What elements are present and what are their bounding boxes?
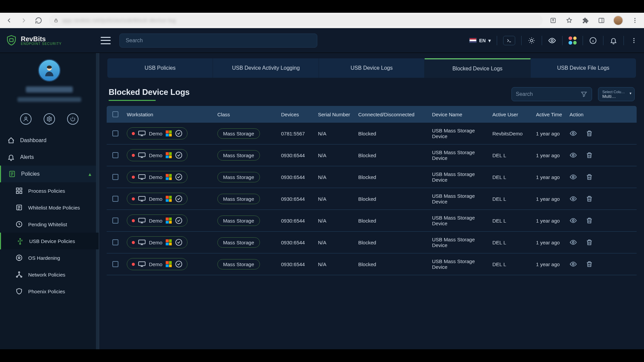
sidebar-item-process-policies[interactable]: Process Policies — [0, 182, 99, 199]
back-icon[interactable] — [5, 16, 13, 25]
sidebar-scrollbar[interactable] — [96, 53, 99, 349]
view-icon[interactable] — [570, 195, 577, 202]
trash-icon[interactable] — [586, 217, 593, 224]
sidebar-item-label: Dashboard — [20, 137, 46, 143]
sidebar-item-os-hardening[interactable]: OS Hardening — [0, 249, 99, 266]
theme-toggle-icon[interactable] — [528, 37, 536, 45]
col-devname[interactable]: Device Name — [429, 106, 490, 123]
col-class[interactable]: Class — [215, 106, 278, 123]
class-chip: Mass Storage — [217, 259, 260, 269]
tab-device-file-logs[interactable]: USB Device File Logs — [531, 58, 636, 78]
kebab-icon[interactable] — [631, 16, 639, 25]
view-icon[interactable] — [570, 130, 577, 137]
svg-point-34 — [572, 154, 574, 156]
sidebar-item-usb-policies[interactable]: USB Device Policies — [0, 233, 99, 249]
sidepanel-icon[interactable] — [597, 16, 606, 25]
row-checkbox[interactable] — [112, 261, 118, 267]
share-icon[interactable] — [549, 16, 557, 25]
trash-icon[interactable] — [586, 239, 593, 246]
view-icon[interactable] — [570, 239, 577, 246]
check-circle-icon — [175, 173, 182, 181]
apps-icon[interactable] — [569, 37, 577, 45]
row-checkbox[interactable] — [112, 130, 118, 136]
usb-icon — [16, 237, 24, 245]
table-search[interactable]: Search — [512, 87, 592, 101]
class-chip: Mass Storage — [217, 128, 260, 139]
svg-point-36 — [176, 174, 182, 180]
col-conn[interactable]: Connected/Disconnected — [356, 106, 429, 123]
col-serial[interactable]: Serial Number — [315, 106, 356, 123]
workstation-chip[interactable]: Demo — [127, 149, 187, 161]
workstation-chip[interactable]: Demo — [127, 193, 187, 205]
separator — [521, 36, 522, 45]
trash-icon[interactable] — [586, 173, 593, 181]
tab-activity-logging[interactable]: USB Device Activity Logging — [213, 58, 319, 78]
col-time[interactable]: Active Time — [533, 106, 567, 123]
cell-devices: 0930:6544 — [278, 170, 315, 185]
global-search[interactable]: Search — [119, 34, 317, 48]
status-dot-icon — [132, 197, 135, 200]
col-devices[interactable]: Devices — [278, 106, 315, 123]
col-workstation[interactable]: Workstation — [124, 106, 215, 123]
row-checkbox[interactable] — [112, 218, 118, 224]
clock-check-icon — [15, 221, 23, 228]
sidebar-item-pending-whitelist[interactable]: Pending Whitelist — [0, 216, 99, 233]
hamburger-icon[interactable] — [101, 37, 111, 44]
select-all-checkbox[interactable] — [112, 111, 118, 117]
info-icon[interactable] — [589, 37, 597, 45]
star-icon[interactable] — [565, 16, 574, 25]
col-user[interactable]: Active User — [490, 106, 533, 123]
column-selector[interactable]: Select Colu… Multi… — [598, 87, 635, 101]
terminal-icon[interactable] — [503, 36, 515, 45]
workstation-chip[interactable]: Demo — [127, 127, 187, 139]
power-icon[interactable] — [67, 113, 78, 125]
workstation-chip[interactable]: Demo — [127, 171, 187, 183]
monitor-icon — [138, 218, 146, 223]
trash-icon[interactable] — [586, 260, 593, 268]
sidebar-item-dashboard[interactable]: Dashboard — [0, 132, 99, 149]
row-checkbox[interactable] — [112, 152, 118, 158]
svg-point-5 — [634, 20, 635, 21]
svg-point-48 — [176, 261, 182, 267]
cell-serial: N/A — [315, 148, 356, 163]
sidebar-item-alerts[interactable]: Alerts — [0, 149, 99, 166]
workstation-chip[interactable]: Demo — [127, 236, 187, 248]
profile-avatar[interactable] — [613, 15, 623, 25]
extensions-icon[interactable] — [581, 16, 590, 25]
sidebar-item-phoenix-policies[interactable]: Phoenix Policies — [0, 283, 99, 300]
svg-rect-47 — [139, 262, 145, 266]
reload-icon[interactable] — [34, 16, 43, 25]
row-checkbox[interactable] — [112, 196, 118, 202]
bell-icon[interactable] — [609, 37, 618, 45]
view-icon[interactable] — [570, 152, 577, 159]
tab-blocked-device-logs[interactable]: Blocked Device Logs — [425, 58, 530, 78]
sidebar-item-whitelist-mode[interactable]: Whitelist Mode Policies — [0, 199, 99, 216]
filter-icon[interactable] — [580, 90, 588, 98]
visibility-icon[interactable] — [548, 37, 556, 45]
user-icon[interactable] — [20, 113, 32, 125]
tab-device-logs[interactable]: USB Device Logs — [319, 58, 425, 78]
row-checkbox[interactable] — [112, 239, 118, 245]
url-text: app.revbits.net/policies/usb/block-devic… — [62, 17, 176, 23]
workstation-chip[interactable]: Demo — [127, 258, 187, 270]
trash-icon[interactable] — [586, 152, 593, 159]
trash-icon[interactable] — [586, 130, 593, 137]
sidebar-item-network-policies[interactable]: Network Policies — [0, 266, 99, 283]
workstation-chip[interactable]: Demo — [127, 215, 187, 227]
svg-point-33 — [176, 152, 182, 158]
user-email-blurred — [17, 97, 81, 102]
address-bar[interactable]: app.revbits.net/policies/usb/block-devic… — [49, 15, 543, 26]
sidebar-item-policies[interactable]: Policies ▴ — [0, 166, 99, 182]
row-checkbox[interactable] — [112, 174, 118, 180]
forward-icon[interactable] — [19, 16, 28, 25]
cell-serial: N/A — [315, 235, 356, 250]
tab-usb-policies[interactable]: USB Policies — [107, 58, 213, 78]
language-selector[interactable]: EN ▾ — [469, 38, 491, 43]
view-icon[interactable] — [570, 217, 577, 224]
cell-user: RevbitsDemo — [490, 126, 533, 141]
view-icon[interactable] — [570, 260, 577, 268]
view-icon[interactable] — [570, 173, 577, 181]
trash-icon[interactable] — [586, 195, 593, 202]
gear-icon[interactable] — [44, 113, 55, 125]
kebab-icon[interactable] — [630, 37, 638, 45]
